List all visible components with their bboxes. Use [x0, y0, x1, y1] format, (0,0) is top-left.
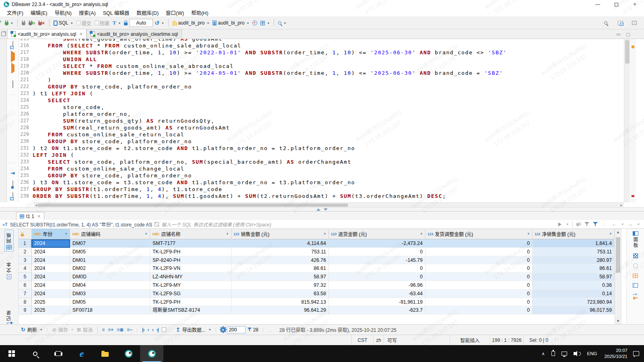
- table-cell[interactable]: DM05: [70, 298, 150, 306]
- table-cell[interactable]: 0: [329, 248, 425, 256]
- table-cell[interactable]: 塔斯曼SMTSBZ-8174: [150, 306, 231, 315]
- table-cell[interactable]: 0: [425, 273, 533, 281]
- table-cell[interactable]: 0: [425, 264, 533, 273]
- status-segment[interactable]: zh: [373, 335, 384, 345]
- table-cell[interactable]: 753.11: [533, 248, 615, 256]
- table-cell[interactable]: SMT-7177: [150, 239, 231, 248]
- table-cell[interactable]: 63.58: [231, 290, 329, 298]
- table-cell[interactable]: TK-L2F9-VN: [150, 264, 231, 273]
- column-dropdown-icon[interactable]: ▼: [323, 232, 326, 236]
- explain-plan-button[interactable]: [12, 81, 13, 88]
- table-cell[interactable]: SP-8240-PH: [150, 256, 231, 265]
- table-cell[interactable]: -91,961.19: [329, 298, 425, 306]
- table-cell[interactable]: 96,641.29: [231, 306, 329, 315]
- table-cell[interactable]: 0: [425, 239, 533, 248]
- save-button[interactable]: ⊘保存▼: [51, 325, 75, 334]
- execute-in-new-tab-button[interactable]: [11, 65, 14, 72]
- editor-results-splitter[interactable]: [0, 207, 644, 212]
- task-view-icon[interactable]: [47, 345, 70, 362]
- results-grid[interactable]: ABC年份▼ABC店铺编码▼ABC店铺名称▼123销售金额 (元)▼123退货金…: [19, 229, 615, 315]
- table-cell[interactable]: 815,942.13: [231, 298, 329, 306]
- column-header[interactable]: 123发货调整金额 (元)▼: [425, 229, 533, 239]
- table-cell[interactable]: 86.61: [231, 264, 329, 273]
- column-header[interactable]: 123退货金额 (元)▼: [329, 229, 425, 239]
- table-cell[interactable]: DM01: [70, 256, 150, 265]
- first-page-icon[interactable]: |‹: [140, 326, 146, 333]
- result-view-tab-text[interactable]: 文本T: [4, 259, 14, 282]
- results-tab-close-icon[interactable]: ×: [37, 213, 41, 219]
- table-cell[interactable]: -623.7: [329, 306, 425, 315]
- maximize-button[interactable]: [607, 0, 625, 9]
- table-cell[interactable]: 0: [425, 256, 533, 265]
- menu-item[interactable]: 窗口(W): [162, 8, 188, 17]
- close-button[interactable]: ×: [625, 0, 644, 9]
- toolbar-search-button[interactable]: ▼: [277, 21, 288, 25]
- results-tab[interactable]: t1 1 ×: [16, 212, 44, 220]
- restore-panel-icon[interactable]: [1, 32, 6, 36]
- aggregate-icon[interactable]: [633, 274, 638, 278]
- status-segment[interactable]: Sel: 0 | 0: [523, 335, 554, 345]
- table-cell[interactable]: 2024: [32, 281, 70, 290]
- table-cell[interactable]: 0: [329, 273, 425, 281]
- result-view-tab-grid[interactable]: 网格: [4, 230, 14, 252]
- quick-search-icon[interactable]: [603, 21, 609, 25]
- table-cell[interactable]: 0.14: [533, 290, 615, 298]
- table-cell[interactable]: 0: [425, 306, 533, 315]
- clear-filter-icon[interactable]: [576, 222, 581, 226]
- sql-editor-button[interactable]: SQL▼: [52, 19, 75, 27]
- menu-item[interactable]: 数据库(D): [133, 8, 162, 17]
- maximize-editor-icon[interactable]: ▢: [626, 32, 630, 37]
- editor-panel-icon[interactable]: [12, 41, 13, 49]
- database-select[interactable]: audit_bi_pro▼: [171, 19, 211, 27]
- transaction-log-button[interactable]: ↺▼: [153, 19, 166, 27]
- column-header[interactable]: ABC年份▼: [32, 229, 70, 239]
- open-perspective-icon[interactable]: [630, 20, 638, 26]
- table-row[interactable]: 72024DM03TK-L2F9-SG63.58-63.4400.14: [19, 290, 615, 298]
- references-icon[interactable]: [633, 283, 638, 288]
- table-cell[interactable]: 0: [425, 281, 533, 290]
- editor-horizontal-scrollbar[interactable]: ◄ ►: [34, 202, 624, 207]
- splitter-down-icon[interactable]: [324, 208, 328, 211]
- table-cell[interactable]: 753.11: [231, 248, 329, 256]
- table-cell[interactable]: 2025: [32, 306, 70, 315]
- export-data-button[interactable]: ↥导出数据...▼: [174, 325, 213, 334]
- table-row[interactable]: 62024DM04TK-L2F9-MY97.32-96.9600.36: [19, 281, 615, 290]
- internet-explorer-icon[interactable]: e: [70, 345, 93, 362]
- results-vertical-scrollbar[interactable]: ▲ ▼: [615, 229, 621, 324]
- table-cell[interactable]: DM0D: [70, 273, 150, 281]
- notification-center-icon[interactable]: [633, 351, 639, 356]
- table-cell[interactable]: DM05: [70, 248, 150, 256]
- reconnect-button[interactable]: ↻: [27, 20, 37, 26]
- row-number[interactable]: 1: [19, 239, 32, 248]
- panels-label[interactable]: 面板: [632, 237, 639, 248]
- table-cell[interactable]: 58.97: [533, 273, 615, 281]
- row-number[interactable]: 5: [19, 273, 32, 281]
- execute-statement-button[interactable]: [11, 53, 15, 60]
- expand-filter-icon[interactable]: [155, 222, 159, 226]
- table-cell[interactable]: -145.79: [329, 256, 425, 265]
- cancel-button[interactable]: ⊠取消: [75, 325, 95, 334]
- table-cell[interactable]: 280.97: [533, 256, 615, 265]
- status-segment[interactable]: 可写: [384, 335, 450, 345]
- table-row[interactable]: 42024DM02TK-L2F9-VN86.610086.61: [19, 264, 615, 273]
- transaction-lock-icon[interactable]: [122, 20, 129, 26]
- table-cell[interactable]: -96.96: [329, 281, 425, 290]
- column-dropdown-icon[interactable]: ▼: [527, 232, 530, 236]
- table-cell[interactable]: TK-L2F9-SG: [150, 290, 231, 298]
- column-dropdown-icon[interactable]: ▼: [64, 232, 68, 236]
- refresh-button[interactable]: ↻刷新▼: [19, 325, 44, 334]
- code-area[interactable]: 215 SUM(real_goods_amt_order_time) AS go…: [19, 39, 623, 200]
- perspective-icon[interactable]: [616, 20, 625, 26]
- table-cell[interactable]: 2024: [32, 290, 70, 298]
- transaction-mode-button[interactable]: T▼: [111, 19, 123, 27]
- filter-settings-icon[interactable]: [593, 222, 598, 226]
- column-header[interactable]: ABC店铺名称▼: [150, 229, 231, 239]
- commit-button[interactable]: 提交: [75, 19, 93, 27]
- result-settings-gear-icon[interactable]: [219, 327, 227, 333]
- value-viewer-icon[interactable]: [633, 253, 638, 258]
- history-forward-icon[interactable]: →: [627, 221, 633, 227]
- rollback-button[interactable]: 回滚: [93, 19, 111, 27]
- table-cell[interactable]: DM07: [70, 239, 150, 248]
- table-cell[interactable]: DM04: [70, 281, 150, 290]
- dbeaver-taskbar-icon[interactable]: [117, 345, 140, 362]
